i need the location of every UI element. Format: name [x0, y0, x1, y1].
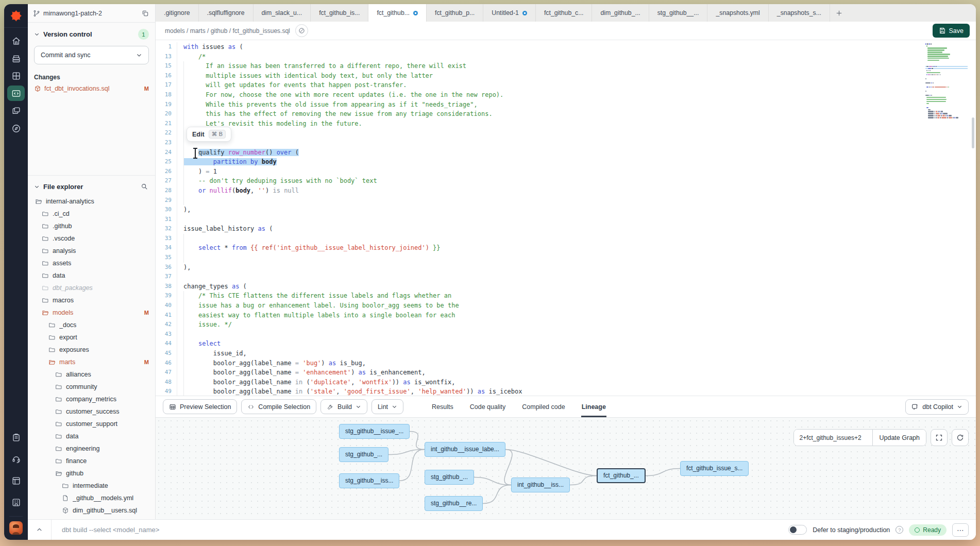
tree-item-macros[interactable]: macros — [35, 294, 149, 306]
line-number[interactable]: 1 — [156, 42, 177, 52]
line-number[interactable]: 38 — [156, 282, 177, 292]
user-avatar[interactable] — [9, 521, 23, 535]
tree-item-data[interactable]: data — [35, 269, 149, 282]
tree-item-.vscode[interactable]: .vscode — [35, 232, 149, 245]
tab-stg_github__...[interactable]: stg_github__... — [649, 4, 708, 22]
tab-fct_github_is...[interactable]: fct_github_is... — [311, 4, 368, 22]
update-graph-button[interactable]: Update Graph — [872, 430, 926, 446]
line-number[interactable]: 41 — [156, 311, 177, 320]
line-number[interactable]: 43 — [156, 330, 177, 339]
code-line-21[interactable]: 21 Let's revisit this modeling in the fu… — [156, 119, 976, 129]
editor-scrollbar-thumb[interactable] — [972, 117, 974, 148]
line-number[interactable]: 27 — [156, 176, 177, 186]
line-number[interactable]: 31 — [156, 215, 177, 225]
tree-item-community[interactable]: community — [35, 381, 149, 393]
lineage-node-fct_github_...[interactable]: fct_github_... — [597, 468, 646, 483]
code-line-33[interactable]: 33 — [156, 234, 976, 244]
chevron-down-icon[interactable] — [34, 31, 40, 37]
tree-item-engineering[interactable]: engineering — [35, 442, 149, 455]
file-search-button[interactable] — [140, 182, 149, 191]
code-line-46[interactable]: 46 boolor_agg(label_name = 'bug') as is_… — [156, 359, 976, 368]
line-number[interactable]: 30 — [156, 205, 177, 215]
sidebar-item-docs[interactable] — [7, 473, 25, 488]
lineage-node-int_github__iss...[interactable]: int_github__iss... — [511, 477, 570, 492]
tree-item-dbt_packages[interactable]: dbt_packages — [35, 282, 149, 294]
code-line-30[interactable]: 30), — [156, 205, 976, 215]
panel-tab-results[interactable]: Results — [431, 396, 454, 417]
line-number[interactable]: 48 — [156, 378, 177, 387]
panel-tab-lineage[interactable]: Lineage — [581, 396, 606, 417]
line-number[interactable]: 25 — [156, 157, 177, 167]
tab-fct_github_p...[interactable]: fct_github_p... — [427, 4, 483, 22]
line-number[interactable]: 47 — [156, 368, 177, 378]
code-line-35[interactable]: 35 — [156, 253, 976, 263]
tree-item-assets[interactable]: assets — [35, 257, 149, 269]
copy-branch-button[interactable] — [141, 9, 150, 18]
code-line-42[interactable]: 42 issue. */ — [156, 320, 976, 330]
save-button[interactable]: Save — [933, 24, 970, 38]
code-line-48[interactable]: 48 boolor_agg(label_name in ('duplicate'… — [156, 378, 976, 387]
code-line-20[interactable]: 20 this has the effect of removing the n… — [156, 109, 976, 119]
sidebar-item-explore[interactable] — [7, 121, 25, 136]
code-line-29[interactable]: 29 — [156, 196, 976, 206]
code-line-40[interactable]: 40 issue has a bug or enhancement label.… — [156, 301, 976, 311]
code-line-17[interactable]: 17 will get updates for events that happ… — [156, 80, 976, 90]
command-input[interactable]: dbt build --select <model_name> — [62, 526, 159, 534]
tab-dim_slack_u...[interactable]: dim_slack_u... — [254, 4, 311, 22]
code-line-23[interactable]: 23 — [156, 138, 976, 148]
lineage-node-fct_github_issue_s...[interactable]: fct_github_issue_s... — [680, 461, 749, 476]
code-line-45[interactable]: 45 issue_id, — [156, 349, 976, 359]
tree-item-analysis[interactable]: analysis — [35, 245, 149, 257]
line-number[interactable]: 23 — [156, 138, 177, 148]
sidebar-item-develop[interactable] — [7, 86, 25, 101]
code-line-19[interactable]: 19 While this prevents the old issue fro… — [156, 100, 976, 110]
tree-item-customer_support[interactable]: customer_support — [35, 418, 149, 430]
tab-.sqlfluffignore[interactable]: .sqlfluffignore — [199, 4, 254, 22]
line-number[interactable]: 26 — [156, 167, 177, 177]
lineage-node-stg_github__issue_...[interactable]: stg_github__issue_... — [339, 424, 410, 439]
code-line-36[interactable]: 36), — [156, 263, 976, 272]
line-number[interactable]: 35 — [156, 253, 177, 263]
line-number[interactable]: 20 — [156, 109, 177, 119]
code-line-38[interactable]: 38change_types as ( — [156, 282, 976, 292]
tree-item-_docs[interactable]: _docs — [35, 319, 149, 331]
tree-item-exposures[interactable]: exposures — [35, 344, 149, 356]
tree-item-internal-analytics[interactable]: internal-analytics — [35, 195, 149, 208]
code-line-24[interactable]: 24 qualify row_number() over ( — [156, 148, 976, 158]
code-line-32[interactable]: 32issue_label_history as ( — [156, 224, 976, 234]
line-number[interactable]: 37 — [156, 272, 177, 282]
defer-toggle[interactable] — [788, 525, 807, 535]
sidebar-item-organization[interactable] — [7, 494, 25, 510]
line-number[interactable]: 19 — [156, 100, 177, 110]
panel-tab-code-quality[interactable]: Code quality — [469, 396, 506, 417]
tree-item-intermediate[interactable]: intermediate — [35, 480, 149, 492]
preview-selection-button[interactable]: Preview Selection — [163, 399, 237, 414]
lineage-node-stg_github__re...[interactable]: stg_github__re... — [425, 496, 483, 511]
line-number[interactable]: 39 — [156, 291, 177, 301]
line-number[interactable]: 18 — [156, 90, 177, 100]
line-number[interactable]: 16 — [156, 71, 177, 81]
sidebar-item-projects[interactable] — [7, 50, 25, 66]
changed-file-item[interactable]: fct_dbt_invocations.sql M — [34, 85, 149, 92]
tree-item-github[interactable]: github — [35, 467, 149, 480]
minimap[interactable] — [925, 43, 968, 119]
line-number[interactable]: 21 — [156, 119, 177, 129]
line-number[interactable]: 15 — [156, 61, 177, 71]
tree-item-company_metrics[interactable]: company_metrics — [35, 393, 149, 405]
tab-_snapshots_s...[interactable]: _snapshots_s... — [769, 4, 830, 22]
edit-tooltip[interactable]: Edit ⌘ B — [187, 127, 231, 142]
tab-_snapshots.yml[interactable]: _snapshots.yml — [707, 4, 768, 22]
compile-selection-button[interactable]: Compile Selection — [241, 399, 316, 414]
code-line-28[interactable]: 28 or nullif(body, '') is null — [156, 186, 976, 196]
line-number[interactable]: 32 — [156, 224, 177, 234]
fullscreen-button[interactable] — [931, 429, 948, 446]
line-number[interactable]: 46 — [156, 359, 177, 368]
line-number[interactable]: 17 — [156, 80, 177, 90]
dbt-logo-icon[interactable] — [4, 4, 28, 28]
refresh-button[interactable] — [952, 429, 969, 446]
line-number[interactable]: 28 — [156, 186, 177, 196]
commit-and-sync-select[interactable]: Commit and sync — [34, 46, 149, 64]
lint-button[interactable]: Lint — [371, 399, 403, 414]
status-badge[interactable]: Ready — [909, 524, 947, 536]
tree-item-dim_github__users.sql[interactable]: dim_github__users.sql — [35, 504, 149, 517]
